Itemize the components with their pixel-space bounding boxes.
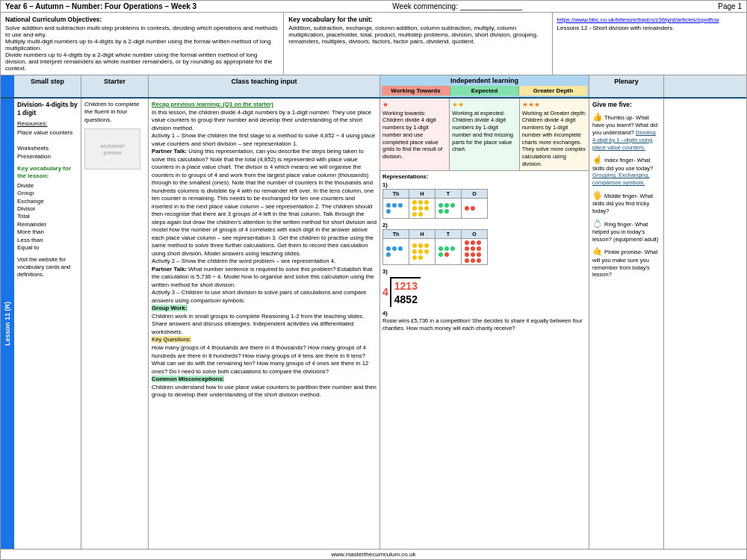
col-header-independent: Independent learning — [450, 77, 518, 84]
plenary-cell: Give me five: 👍 Thumbs up- What have you… — [589, 99, 664, 549]
plenary-middle: 🖐 Middle finger- What skills did you fin… — [592, 190, 660, 215]
vocab-title: Key vocabulary for the unit: — [288, 16, 547, 23]
partner-talk-2: Partner Talk: — [152, 266, 187, 273]
vocab-section: Key vocabulary for the unit: Addition, s… — [284, 13, 552, 75]
key-vocab-label: Key vocabulary for the lesson: — [17, 165, 78, 181]
division-display: 4 1213 4852 — [382, 277, 586, 307]
plenary-index: ☝ Index finger- What skills did you use … — [592, 154, 660, 187]
index-icon: ☝ — [592, 155, 603, 164]
objectives-section: National Curriculum Objectives: Solve ad… — [1, 13, 284, 75]
resources-label: Resources: — [17, 120, 78, 128]
col-header-greater: Greater Depth — [519, 86, 587, 96]
bbc-link[interactable]: https://www.bbc.co.uk/bitesize/topics/z3… — [557, 16, 719, 23]
plenary-intro: Give me five: — [592, 101, 660, 109]
greater-stars: ★★★ — [522, 101, 586, 110]
key-vocab-section: Key vocabulary for the lesson: Divide Gr… — [17, 165, 78, 252]
objectives-text: Solve addition and subtraction multi-ste… — [5, 25, 279, 72]
representations-section: Representations: 1) ThHTO — [380, 171, 589, 337]
dividend: 1213 4852 — [390, 277, 421, 307]
teaching-text: Recap previous learning: (Q1 on the star… — [152, 101, 376, 399]
pinkie-icon: 🤙 — [592, 246, 603, 255]
independent-cell: ★ Working towards: Children divide 4 dig… — [380, 99, 589, 549]
resources-section: Resources: Place value counters Workshee… — [17, 120, 78, 161]
key-vocab-list: Divide Group Exchange Divisor Total Rema… — [17, 182, 78, 252]
footer: www.masterthecurriculum.co.uk — [1, 549, 746, 559]
page-title: Year 6 – Autumn – Number: Four Operation… — [5, 2, 196, 10]
pv-table-2: ThHTO — [382, 229, 488, 265]
working-stars: ★ — [382, 101, 447, 110]
footer-text: www.masterthecurriculum.co.uk — [332, 551, 416, 558]
plenary-thumb: 👍 Thumbs up- What have you learnt? What … — [592, 111, 660, 151]
starter-cell: Children to complete the fluent in four … — [81, 99, 149, 549]
representation-3: 3) 4 1213 4852 — [382, 268, 586, 307]
working-towards-text: Working towards: Children divide 4 digit… — [382, 110, 447, 161]
expected-text: Working at expected: Children divide 4 d… — [452, 110, 516, 154]
plenary-index-highlight: Grouping, Exchanging, comparison symbols… — [592, 172, 649, 186]
expected-cell: ★★ Working at expected: Children divide … — [450, 99, 519, 170]
col-header-class-teaching: Class teaching input — [149, 75, 380, 97]
page-number: Page 1 — [718, 2, 742, 10]
starter-worksheet-image: worksheetpreview — [84, 128, 140, 169]
small-step-cell: Division- 4-digits by 1 digit Resources:… — [14, 99, 81, 549]
col-header-plenary: Plenary — [589, 75, 664, 97]
starter-text: Children to complete the fluent in four … — [84, 101, 145, 124]
recap-label: Recap previous learning: (Q1 on the star… — [152, 101, 273, 108]
page-header: Year 6 – Autumn – Number: Four Operation… — [1, 1, 746, 13]
link-description: Lessons 12 - Short division with remaind… — [557, 25, 743, 31]
week-commencing: Week commencing: _______________ — [392, 2, 522, 10]
col-header-small-step: Small step — [14, 75, 81, 97]
key-questions-label: Key Questions: — [152, 336, 191, 343]
representation-2: 2) ThHTO — [382, 222, 586, 265]
class-teaching-cell: Recap previous learning: (Q1 on the star… — [149, 99, 380, 549]
representations-title: Representations: — [382, 173, 586, 181]
greater-depth-cell: ★★★ Working at Greater depth: Children d… — [520, 99, 589, 170]
info-row: National Curriculum Objectives: Solve ad… — [1, 13, 746, 75]
column-headers: Small step Starter Class teaching input … — [1, 75, 746, 99]
visit-text: Visit the website for vocabulary cards a… — [17, 256, 78, 278]
partner-talk-1: Partner Talk: — [152, 148, 187, 155]
col-header-working: Working Towards — [382, 86, 450, 96]
representation-1: 1) ThHTO — [382, 181, 586, 219]
ring-icon: 💍 — [592, 219, 603, 228]
vocab-text: Addition, subtraction, exchange, column … — [288, 25, 547, 45]
rosie-problem: Rosie wins £5,736 in a competition! She … — [382, 317, 586, 332]
expected-stars: ★★ — [452, 101, 516, 110]
lesson-label: Lesson 11 (R) — [1, 99, 14, 549]
thumb-icon: 👍 — [592, 112, 603, 121]
group-work-label: Group Work: — [152, 305, 187, 311]
plenary-pinkie: 🤙 Pinkie promise- What will you make sur… — [592, 246, 660, 279]
independent-top: ★ Working towards: Children divide 4 dig… — [380, 99, 589, 171]
resources-list: Place value counters Worksheets Presenta… — [17, 129, 78, 161]
col-header-starter: Starter — [81, 75, 149, 97]
page: Year 6 – Autumn – Number: Four Operation… — [0, 0, 747, 560]
misconceptions-label: Common Misconceptions: — [152, 376, 224, 382]
middle-icon: 🖐 — [592, 190, 603, 199]
divisor: 4 — [382, 285, 390, 299]
plenary-ring: 💍 Ring finger- What helped you in today'… — [592, 218, 660, 243]
pv-table-1: ThHTO — [382, 189, 488, 219]
col-header-expected: Expected — [450, 86, 519, 96]
representation-4: 4) Rosie wins £5,736 in a competition! S… — [382, 310, 586, 332]
working-towards-cell: ★ Working towards: Children divide 4 dig… — [380, 99, 450, 170]
small-step-title: Division- 4-digits by 1 digit — [17, 101, 78, 117]
lesson-row: Lesson 11 (R) Division- 4-digits by 1 di… — [1, 99, 746, 549]
link-section: https://www.bbc.co.uk/bitesize/topics/z3… — [553, 13, 747, 75]
greater-depth-text: Working at Greater depth: Children divid… — [522, 110, 586, 168]
objectives-title: National Curriculum Objectives: — [5, 16, 279, 23]
